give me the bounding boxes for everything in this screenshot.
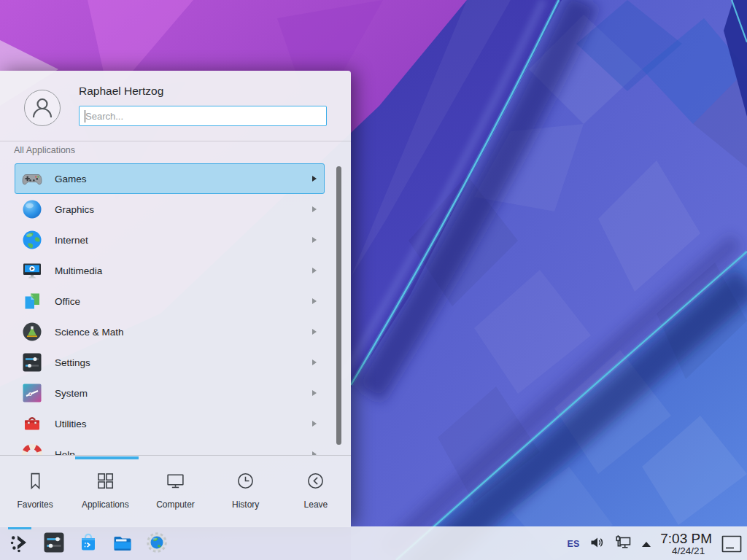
taskbar-launchers [7, 527, 169, 560]
file-manager-folder-icon [111, 531, 134, 557]
multimedia-player-icon [20, 259, 44, 282]
scrollbar-handle[interactable] [336, 166, 341, 445]
digital-clock[interactable]: 7:03 PM 4/24/21 [660, 532, 712, 556]
volume-icon[interactable] [589, 534, 605, 553]
menu-item-label: Graphics [55, 204, 312, 215]
web-browser-globe-icon [145, 531, 169, 557]
tab-label: History [232, 499, 259, 510]
menu-item-label: Help [55, 449, 312, 456]
leave-icon [306, 471, 325, 494]
category-list: Games Graphics [15, 163, 325, 455]
tab-history[interactable]: History [211, 456, 281, 526]
keyboard-layout-indicator[interactable]: ES [568, 539, 580, 549]
games-gamepad-icon [20, 167, 44, 190]
submenu-arrow-icon [312, 421, 317, 427]
tab-label: Favorites [17, 499, 53, 510]
kde-menu-icon [8, 531, 31, 557]
user-icon [26, 91, 59, 125]
submenu-arrow-icon [312, 359, 317, 365]
taskbar: ES 7:03 PM [0, 526, 747, 560]
menu-item-label: Office [55, 296, 312, 307]
menu-item-system[interactable]: System [15, 378, 325, 408]
menu-item-science[interactable]: Science & Math [15, 316, 325, 347]
menu-item-label: Settings [55, 357, 312, 368]
menu-item-games[interactable]: Games [15, 163, 325, 194]
taskbar-launcher-system-settings[interactable] [42, 527, 66, 560]
search-input[interactable] [80, 106, 326, 125]
network-icon[interactable] [614, 534, 632, 553]
desktop: Raphael Hertzog All Applications [0, 0, 747, 560]
submenu-arrow-icon [312, 176, 317, 182]
expand-tray-arrow-icon[interactable] [642, 542, 651, 547]
tab-applications[interactable]: Applications [70, 456, 140, 526]
menu-item-settings[interactable]: Settings [15, 347, 325, 378]
submenu-arrow-icon [312, 298, 317, 304]
graphics-sphere-icon [20, 198, 44, 221]
menu-item-label: Internet [55, 235, 312, 246]
submenu-arrow-icon [312, 268, 317, 273]
menu-item-label: Science & Math [55, 327, 312, 338]
menu-item-graphics[interactable]: Graphics [15, 194, 325, 225]
tab-label: Computer [156, 499, 195, 510]
clock-date: 4/24/21 [672, 546, 705, 556]
taskbar-launcher-konqueror[interactable] [144, 527, 169, 560]
tab-bar: Favorites Applications [0, 455, 351, 526]
app-grid-icon [96, 471, 115, 494]
bookmark-icon [26, 471, 45, 494]
menu-item-label: Games [55, 174, 312, 184]
menu-item-utilities[interactable]: Utilities [15, 408, 325, 439]
active-tab-indicator [75, 456, 139, 459]
menu-item-label: Multimedia [55, 265, 312, 276]
settings-sliders-icon [20, 351, 44, 374]
header-divider [0, 141, 351, 141]
active-task-indicator [8, 527, 31, 529]
internet-globe-icon [20, 228, 44, 252]
office-documents-icon [20, 289, 44, 313]
history-clock-icon [236, 471, 255, 494]
submenu-arrow-icon [312, 237, 317, 243]
menu-item-multimedia[interactable]: Multimedia [15, 255, 325, 286]
science-flask-icon [20, 320, 44, 343]
menu-item-label: System [55, 388, 312, 399]
tab-favorites[interactable]: Favorites [0, 456, 70, 526]
discover-bag-icon [77, 531, 100, 557]
section-heading: All Applications [14, 145, 75, 155]
tab-computer[interactable]: Computer [140, 456, 210, 526]
system-tray: ES 7:03 PM [568, 527, 742, 560]
user-avatar[interactable] [24, 90, 61, 126]
show-desktop-button[interactable] [721, 535, 742, 553]
menu-item-label: Utilities [55, 419, 312, 429]
submenu-arrow-icon [312, 390, 317, 396]
search-box [79, 106, 327, 126]
submenu-arrow-icon [312, 329, 317, 335]
computer-monitor-icon [166, 471, 185, 494]
submenu-arrow-icon [312, 206, 317, 212]
system-settings-icon [42, 531, 66, 557]
clock-time: 7:03 PM [660, 532, 712, 545]
tab-leave[interactable]: Leave [281, 456, 351, 526]
system-tools-icon [20, 381, 44, 405]
taskbar-launcher-dolphin[interactable] [110, 527, 135, 560]
help-lifebuoy-icon [20, 443, 44, 455]
launcher-header: Raphael Hertzog [0, 71, 351, 141]
menu-item-help[interactable]: Help [15, 439, 325, 455]
menu-item-internet[interactable]: Internet [15, 225, 325, 255]
tab-label: Leave [304, 499, 328, 510]
application-launcher: Raphael Hertzog All Applications [0, 71, 351, 526]
tab-label: Applications [82, 499, 129, 510]
user-name: Raphael Hertzog [79, 85, 163, 98]
utilities-toolbox-icon [20, 412, 44, 435]
taskbar-launcher-discover[interactable] [76, 527, 101, 560]
taskbar-launcher-kickoff[interactable] [7, 527, 32, 560]
menu-item-office[interactable]: Office [15, 286, 325, 316]
